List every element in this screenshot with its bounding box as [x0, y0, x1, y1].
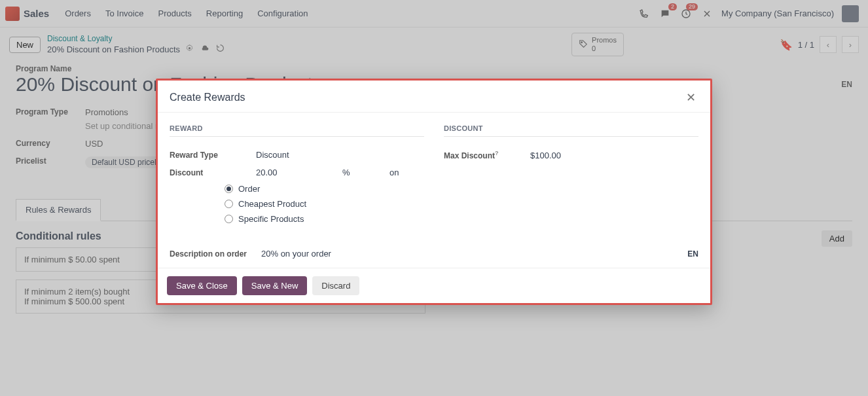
help-icon[interactable]: ? — [495, 150, 499, 156]
reward-type-label: Reward Type — [170, 151, 248, 160]
create-rewards-modal: Create Rewards ✕ REWARD Reward Type Disc… — [156, 79, 712, 305]
radio-order-label: Order — [238, 184, 260, 194]
modal-header: Create Rewards ✕ — [158, 81, 710, 113]
radio-dot-icon — [225, 185, 233, 193]
description-value[interactable]: 20% on your order — [261, 249, 331, 259]
radio-cheapest-label: Cheapest Product — [238, 199, 306, 209]
radio-dot-icon — [225, 215, 233, 223]
description-label: Description on order — [170, 249, 261, 259]
modal-col-discount: DISCOUNT Max Discount? $100.00 — [444, 124, 698, 226]
section-discount: DISCOUNT — [444, 124, 698, 137]
modal-title: Create Rewards — [170, 92, 245, 103]
radio-specific-label: Specific Products — [238, 214, 304, 224]
reward-type-value[interactable]: Discount — [256, 150, 289, 160]
description-row: Description on order 20% on your order E… — [158, 241, 710, 268]
modal-col-reward: REWARD Reward Type Discount Discount 20.… — [170, 124, 424, 226]
discount-value[interactable]: 20.00 — [256, 168, 335, 177]
modal-body: REWARD Reward Type Discount Discount 20.… — [158, 113, 710, 241]
modal-footer: Save & Close Save & New Discard — [158, 268, 710, 303]
max-discount-label: Max Discount? — [444, 150, 522, 160]
discount-unit[interactable]: % — [342, 168, 382, 177]
discount-on: on — [389, 168, 399, 177]
radio-specific[interactable]: Specific Products — [225, 211, 424, 226]
discount-label: Discount — [170, 168, 248, 177]
lang-badge-modal[interactable]: EN — [687, 249, 698, 259]
section-reward: REWARD — [170, 124, 424, 137]
discard-button[interactable]: Discard — [312, 276, 359, 295]
radio-cheapest[interactable]: Cheapest Product — [225, 196, 424, 211]
max-discount-value[interactable]: $100.00 — [530, 151, 561, 160]
close-icon[interactable]: ✕ — [683, 90, 698, 105]
save-new-button[interactable]: Save & New — [242, 276, 308, 295]
save-close-button[interactable]: Save & Close — [167, 276, 237, 295]
radio-order[interactable]: Order — [225, 181, 424, 196]
radio-dot-icon — [225, 200, 233, 208]
